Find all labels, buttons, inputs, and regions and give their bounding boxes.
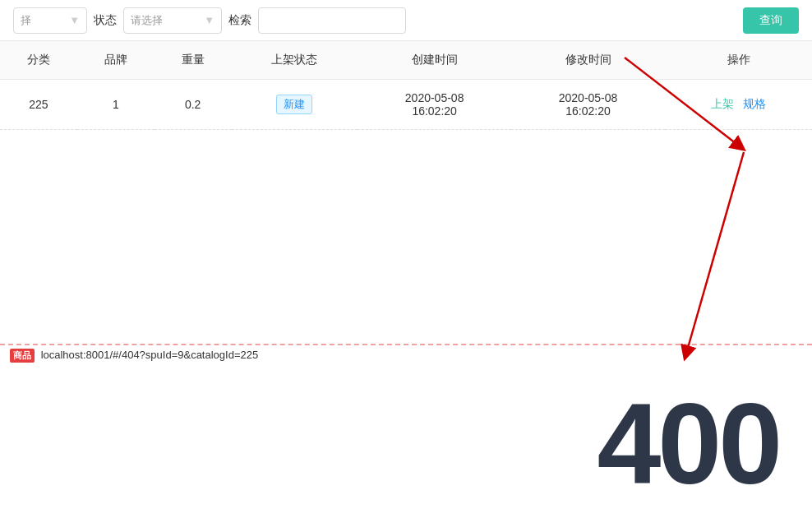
cell-create-time: 2020-05-0816:02:20 [358,80,511,130]
svg-line-1 [686,152,744,354]
cell-weight: 0.2 [155,80,232,130]
product-table: 分类 品牌 重量 上架状态 创建时间 修改时间 操作 225 1 0.2 新建 … [0,41,812,130]
error-400-display: 400 [597,386,779,502]
search-input[interactable] [258,7,406,34]
status-bar-tag: 商品 [10,349,35,363]
action-spec-link[interactable]: 规格 [743,97,766,110]
toolbar: 择 ▼ 状态 请选择 ▼ 检索 查询 [0,0,812,41]
cell-actions: 上架 规格 [665,80,812,130]
query-button[interactable]: 查询 [743,7,799,34]
chevron-down-icon2: ▼ [204,14,215,26]
category-select-value: 择 [21,13,31,28]
status-label: 状态 [94,13,117,28]
col-brand: 品牌 [77,41,155,80]
cell-status: 新建 [232,80,358,130]
status-badge: 新建 [276,95,312,114]
col-weight: 重量 [155,41,232,80]
chevron-down-icon: ▼ [69,14,80,26]
status-bar-url: localhost:8001/#/404?spuId=9&catalogId=2… [41,349,259,361]
action-up-link[interactable]: 上架 [711,97,734,110]
cell-modify-time: 2020-05-0816:02:20 [511,80,665,130]
col-action: 操作 [665,41,812,80]
status-bar: 商品 localhost:8001/#/404?spuId=9&catalogI… [0,344,812,366]
cell-category: 225 [0,80,77,130]
col-status: 上架状态 [232,41,358,80]
status-select[interactable]: 请选择 ▼ [123,7,222,34]
cell-brand: 1 [77,80,155,130]
col-category: 分类 [0,41,77,80]
col-modify-time: 修改时间 [511,41,665,80]
table-row: 225 1 0.2 新建 2020-05-0816:02:20 2020-05-… [0,80,812,130]
table-header-row: 分类 品牌 重量 上架状态 创建时间 修改时间 操作 [0,41,812,80]
status-select-value: 请选择 [131,13,163,28]
col-create-time: 创建时间 [358,41,511,80]
search-label: 检索 [228,13,251,28]
category-select[interactable]: 择 ▼ [13,7,87,34]
